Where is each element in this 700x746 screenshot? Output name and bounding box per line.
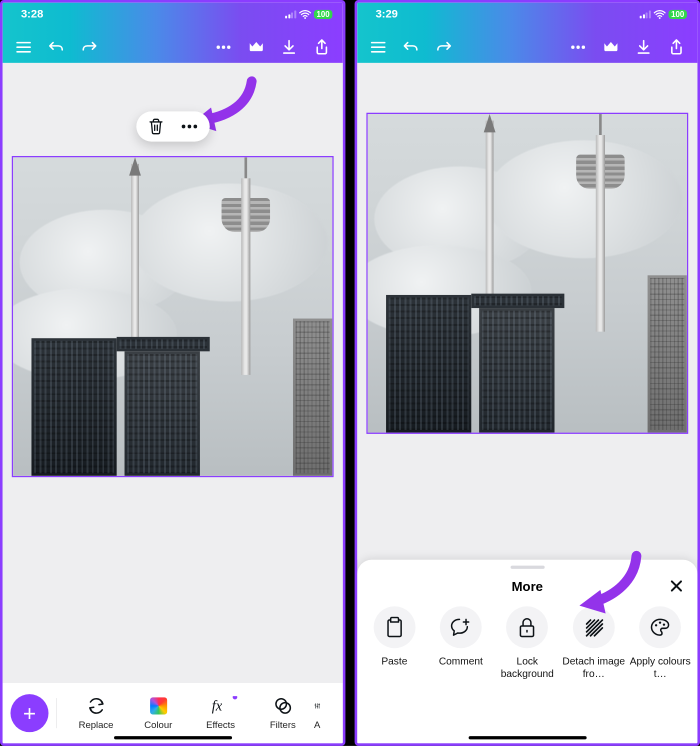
screenshot-right: 3:29 100 <box>354 0 700 746</box>
tool-label: Replace <box>78 720 114 730</box>
annotation-arrow <box>574 548 646 620</box>
share-button[interactable] <box>664 34 690 60</box>
home-indicator <box>468 736 586 740</box>
svg-point-20 <box>663 624 666 626</box>
wifi-icon <box>654 10 666 19</box>
colour-icon <box>148 696 168 716</box>
svg-point-11 <box>582 46 585 49</box>
menu-icon <box>16 42 31 54</box>
selection-pill <box>136 112 210 142</box>
more-button[interactable] <box>210 34 236 60</box>
pill-more-button[interactable] <box>180 124 198 129</box>
sheet-item-comment[interactable]: Comment <box>428 606 494 680</box>
battery-indicator: 100 <box>314 10 332 19</box>
premium-button[interactable] <box>243 34 269 60</box>
svg-point-2 <box>227 46 230 49</box>
download-icon <box>636 40 651 55</box>
status-right: 100 <box>640 10 687 19</box>
more-icon <box>570 44 586 50</box>
crown-icon <box>602 40 620 54</box>
cellular-icon <box>640 10 651 18</box>
more-icon <box>180 124 198 129</box>
undo-button[interactable] <box>44 34 70 60</box>
tool-colour[interactable]: Colour <box>127 696 190 730</box>
app-header: 3:29 100 <box>357 2 697 63</box>
bottom-toolbar: + Replace Colour <box>2 683 342 744</box>
divider <box>56 698 57 728</box>
svg-point-1 <box>222 46 226 49</box>
menu-button[interactable] <box>10 34 36 60</box>
sheet-items: Paste Comment Lock background <box>357 601 697 680</box>
redo-button[interactable] <box>430 34 456 60</box>
app-header: 3:28 100 <box>2 2 342 63</box>
crown-icon <box>248 40 265 54</box>
svg-point-19 <box>659 622 662 624</box>
svg-point-3 <box>182 124 185 128</box>
more-sheet: More Paste Comment <box>357 560 697 744</box>
share-button[interactable] <box>308 34 334 60</box>
status-right: 100 <box>286 10 332 19</box>
sheet-item-label: Lock background <box>494 655 560 680</box>
filters-icon <box>273 696 292 716</box>
tool-filters[interactable]: Filters <box>252 696 314 730</box>
sheet-header: More <box>357 569 697 601</box>
redo-button[interactable] <box>76 34 102 60</box>
download-button[interactable] <box>276 34 302 60</box>
tool-label: Effects <box>206 720 235 730</box>
redo-icon <box>80 40 98 54</box>
undo-icon <box>48 40 65 54</box>
sheet-item-paste[interactable]: Paste <box>362 606 427 680</box>
svg-point-5 <box>193 124 196 128</box>
wifi-icon <box>299 10 312 19</box>
sheet-item-label: Paste <box>382 655 408 668</box>
sheet-item-label: Comment <box>439 655 483 668</box>
top-toolbar <box>2 24 342 63</box>
tool-replace[interactable]: Replace <box>65 696 128 730</box>
more-icon <box>216 44 231 50</box>
delete-button[interactable] <box>148 118 164 135</box>
cellular-icon <box>286 10 296 18</box>
share-icon <box>314 38 329 56</box>
screenshot-left: 3:28 100 <box>0 0 346 746</box>
new-badge <box>232 696 237 700</box>
svg-text:fx: fx <box>212 698 222 714</box>
menu-button[interactable] <box>365 34 391 60</box>
status-time: 3:28 <box>21 8 44 21</box>
replace-icon <box>86 696 106 716</box>
svg-point-0 <box>216 46 220 49</box>
battery-indicator: 100 <box>668 10 687 19</box>
selected-image[interactable] <box>12 156 334 477</box>
sheet-item-label: Apply colours t… <box>628 655 693 680</box>
tool-label: Colour <box>144 720 172 730</box>
download-button[interactable] <box>630 34 656 60</box>
adjust-icon <box>314 696 320 716</box>
undo-icon <box>402 40 420 54</box>
more-button[interactable] <box>565 34 591 60</box>
svg-point-18 <box>655 624 658 626</box>
top-toolbar <box>357 24 697 63</box>
close-icon <box>667 577 686 596</box>
undo-button[interactable] <box>398 34 424 60</box>
svg-point-4 <box>188 124 191 128</box>
premium-button[interactable] <box>598 34 624 60</box>
status-bar: 3:29 100 <box>357 2 697 24</box>
sheet-close-button[interactable] <box>667 577 686 596</box>
share-icon <box>669 38 684 56</box>
sheet-item-label: Detach image fro… <box>561 655 626 680</box>
clipboard-icon <box>374 606 416 648</box>
selected-image[interactable] <box>366 112 688 434</box>
canvas[interactable] <box>2 63 342 683</box>
tool-effects[interactable]: fx Effects <box>190 696 252 730</box>
status-bar: 3:28 100 <box>2 2 342 24</box>
tool-partial[interactable]: A <box>314 696 334 730</box>
svg-point-9 <box>571 46 574 49</box>
redo-icon <box>435 40 452 54</box>
sheet-item-lock[interactable]: Lock background <box>494 606 560 680</box>
canvas[interactable] <box>357 63 697 560</box>
add-button[interactable]: + <box>10 694 48 732</box>
svg-point-10 <box>576 46 580 49</box>
sheet-title: More <box>512 580 543 594</box>
menu-icon <box>370 42 386 54</box>
status-time: 3:29 <box>376 8 398 21</box>
effects-icon: fx <box>210 696 230 716</box>
